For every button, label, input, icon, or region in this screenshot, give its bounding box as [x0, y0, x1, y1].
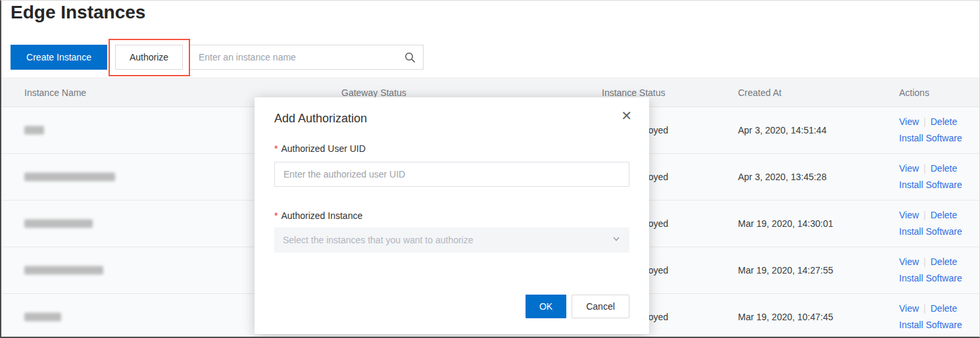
delete-link[interactable]: Delete	[931, 163, 957, 174]
created-at: Apr 3, 2020, 13:45:28	[738, 172, 827, 182]
action-separator: |	[919, 116, 931, 127]
view-link[interactable]: View	[899, 163, 919, 174]
cancel-button[interactable]: Cancel	[572, 295, 629, 318]
install-software-link[interactable]: Install Software	[899, 320, 962, 330]
search-icon[interactable]	[404, 52, 416, 66]
ok-button[interactable]: OK	[526, 295, 566, 318]
col-header-instance-name: Instance Name	[24, 78, 86, 107]
view-link[interactable]: View	[899, 210, 919, 220]
install-software-link[interactable]: Install Software	[899, 133, 962, 143]
action-separator: |	[919, 303, 931, 314]
field-label-text: Authorized Instance	[281, 210, 362, 221]
view-link[interactable]: View	[899, 116, 919, 127]
action-separator: |	[919, 210, 931, 220]
action-separator: |	[919, 256, 931, 267]
col-header-created-at: Created At	[738, 78, 781, 107]
delete-link[interactable]: Delete	[931, 256, 957, 267]
view-link[interactable]: View	[899, 256, 919, 267]
create-instance-button[interactable]: Create Instance	[11, 45, 107, 70]
chevron-down-icon	[612, 234, 621, 246]
row-actions: View|Delete Install Software	[899, 254, 962, 287]
install-software-link[interactable]: Install Software	[899, 273, 962, 283]
view-link[interactable]: View	[899, 303, 919, 314]
redacted-instance-name	[24, 313, 61, 322]
row-actions: View|Delete Install Software	[899, 114, 962, 147]
redacted-instance-name	[24, 173, 115, 181]
add-authorization-dialog: Add Authorization ✕ *Authorized User UID…	[255, 97, 649, 334]
row-actions: View|Delete Install Software	[899, 160, 962, 193]
row-actions: View|Delete Install Software	[899, 207, 962, 240]
action-separator: |	[919, 163, 931, 174]
created-at: Mar 19, 2020, 14:30:01	[738, 218, 833, 229]
col-header-actions: Actions	[899, 78, 929, 107]
install-software-link[interactable]: Install Software	[899, 226, 962, 237]
required-mark: *	[274, 143, 278, 154]
delete-link[interactable]: Delete	[931, 116, 957, 127]
redacted-instance-name	[24, 126, 44, 135]
select-placeholder: Select the instances that you want to au…	[283, 235, 474, 245]
authorized-instance-select[interactable]: Select the instances that you want to au…	[274, 228, 629, 253]
redacted-instance-name	[24, 266, 103, 275]
delete-link[interactable]: Delete	[931, 210, 957, 220]
instance-search	[189, 45, 424, 70]
delete-link[interactable]: Delete	[931, 303, 957, 314]
created-at: Mar 19, 2020, 10:47:45	[738, 312, 833, 322]
field-label-text: Authorized User UID	[281, 143, 365, 154]
page-title: Edge Instances	[11, 2, 145, 23]
dialog-title: Add Authorization	[274, 112, 367, 126]
edge-instances-page: Edge Instances Create Instance Authorize…	[0, 0, 980, 338]
row-actions: View|Delete Install Software	[899, 301, 962, 333]
authorized-user-uid-label: *Authorized User UID	[274, 143, 366, 154]
required-mark: *	[274, 210, 278, 221]
close-icon[interactable]: ✕	[621, 109, 632, 122]
redacted-instance-name	[24, 220, 93, 228]
authorize-button[interactable]: Authorize	[115, 45, 183, 70]
install-software-link[interactable]: Install Software	[899, 180, 962, 190]
authorized-instance-label: *Authorized Instance	[274, 210, 362, 221]
created-at: Mar 19, 2020, 14:27:55	[738, 265, 833, 276]
created-at: Apr 3, 2020, 14:51:44	[738, 125, 827, 135]
search-input[interactable]	[189, 45, 423, 69]
authorized-user-uid-input[interactable]	[274, 162, 629, 187]
